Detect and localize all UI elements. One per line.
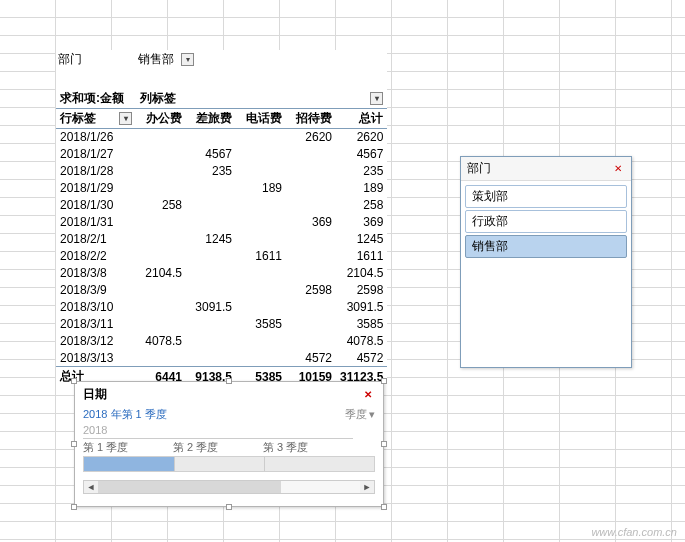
scroll-thumb[interactable] (98, 481, 281, 493)
filter-field-label: 部门 (56, 50, 136, 69)
row-date-label: 2018/1/30 (56, 197, 136, 214)
timeline-title: 日期 (83, 386, 107, 403)
table-row: 2018/2/216111611 (56, 248, 387, 265)
timeline-slicer[interactable]: 日期 ✕ 2018 年第 1 季度 季度 ▾ 2018 第 1 季度 第 2 季… (74, 381, 384, 507)
data-cell: 4078.5 (136, 333, 186, 350)
scroll-left-icon[interactable]: ◄ (84, 481, 98, 493)
resize-handle[interactable] (381, 504, 387, 510)
scroll-right-icon[interactable]: ► (360, 481, 374, 493)
data-cell (136, 231, 186, 248)
data-cell (136, 146, 186, 163)
table-row: 2018/3/1135853585 (56, 316, 387, 333)
scroll-track[interactable] (98, 481, 360, 493)
filter-value-cell[interactable]: 销售部 ▾ (136, 50, 196, 69)
value-field-label: 求和项:金额 (56, 89, 136, 109)
col-header: 电话费 (236, 109, 286, 129)
data-cell: 258 (336, 197, 387, 214)
data-cell (136, 129, 186, 146)
col-header: 办公费 (136, 109, 186, 129)
data-cell: 189 (336, 180, 387, 197)
resize-handle[interactable] (71, 504, 77, 510)
data-cell: 4567 (186, 146, 236, 163)
data-cell (236, 350, 286, 367)
resize-handle[interactable] (226, 504, 232, 510)
data-cell: 1611 (336, 248, 387, 265)
timeline-period-text: 2018 年第 1 季度 (83, 407, 167, 422)
col-header: 差旅费 (186, 109, 236, 129)
data-cell (236, 299, 286, 316)
table-row: 2018/1/2626202620 (56, 129, 387, 146)
timeline-level-dropdown[interactable]: 季度 ▾ (345, 407, 375, 422)
table-row: 2018/1/31369369 (56, 214, 387, 231)
row-field-label: 行标签 (60, 110, 96, 127)
slicer-department[interactable]: 部门 ✕ 策划部行政部销售部 (460, 156, 632, 368)
table-row: 2018/2/112451245 (56, 231, 387, 248)
timeline-scrollbar[interactable]: ◄ ► (83, 480, 375, 494)
row-date-label: 2018/2/2 (56, 248, 136, 265)
data-cell: 2598 (286, 282, 336, 299)
table-row: 2018/1/28235235 (56, 163, 387, 180)
data-cell: 4567 (336, 146, 387, 163)
resize-handle[interactable] (381, 378, 387, 384)
data-cell (186, 129, 236, 146)
filter-dropdown-icon[interactable]: ▾ (181, 53, 194, 66)
row-date-label: 2018/1/29 (56, 180, 136, 197)
data-cell (136, 299, 186, 316)
data-cell: 3585 (336, 316, 387, 333)
resize-handle[interactable] (226, 378, 232, 384)
data-cell: 3091.5 (336, 299, 387, 316)
row-dropdown-icon[interactable]: ▾ (119, 112, 132, 125)
data-cell: 1611 (236, 248, 286, 265)
timeline-selection[interactable] (84, 457, 174, 471)
data-cell (186, 265, 236, 282)
slicer-item[interactable]: 策划部 (465, 185, 627, 208)
data-cell (186, 350, 236, 367)
slicer-item[interactable]: 行政部 (465, 210, 627, 233)
data-cell: 369 (286, 214, 336, 231)
table-row: 2018/1/30258258 (56, 197, 387, 214)
data-cell (236, 214, 286, 231)
filter-value-text: 销售部 (138, 51, 174, 68)
data-cell: 369 (336, 214, 387, 231)
row-date-label: 2018/3/11 (56, 316, 136, 333)
watermark-text: www.cfan.com.cn (591, 526, 677, 538)
data-cell (236, 146, 286, 163)
data-cell: 4572 (336, 350, 387, 367)
data-cell (186, 180, 236, 197)
data-cell (136, 214, 186, 231)
data-cell: 2104.5 (336, 265, 387, 282)
data-cell (236, 197, 286, 214)
data-cell (136, 180, 186, 197)
data-cell (186, 248, 236, 265)
row-date-label: 2018/3/10 (56, 299, 136, 316)
data-cell: 4572 (286, 350, 336, 367)
data-cell (286, 197, 336, 214)
chevron-down-icon: ▾ (369, 408, 375, 421)
row-date-label: 2018/3/13 (56, 350, 136, 367)
pivot-table: 求和项:金额 列标签 ▾ 行标签 ▾ 办公费 差旅费 电话费 招待费 总计 20… (56, 89, 387, 386)
resize-handle[interactable] (71, 378, 77, 384)
row-date-label: 2018/3/9 (56, 282, 136, 299)
resize-handle[interactable] (381, 441, 387, 447)
timeline-track[interactable] (83, 456, 375, 472)
data-cell: 2620 (286, 129, 336, 146)
col-header: 招待费 (286, 109, 336, 129)
timeline-clear-filter-icon[interactable]: ✕ (361, 388, 375, 402)
data-cell (286, 146, 336, 163)
data-cell: 3091.5 (186, 299, 236, 316)
timeline-tick: 第 3 季度 (263, 438, 353, 455)
slicer-item[interactable]: 销售部 (465, 235, 627, 258)
data-cell (286, 265, 336, 282)
timeline-tick: 第 2 季度 (173, 438, 263, 455)
column-dropdown-icon[interactable]: ▾ (370, 92, 383, 105)
slicer-clear-filter-icon[interactable]: ✕ (611, 162, 625, 176)
data-cell (186, 333, 236, 350)
resize-handle[interactable] (71, 441, 77, 447)
table-row: 2018/1/2745674567 (56, 146, 387, 163)
data-cell (136, 282, 186, 299)
timeline-year-label: 2018 (75, 424, 383, 436)
row-date-label: 2018/1/26 (56, 129, 136, 146)
timeline-divider (264, 457, 265, 471)
data-cell (236, 282, 286, 299)
col-header: 总计 (336, 109, 387, 129)
